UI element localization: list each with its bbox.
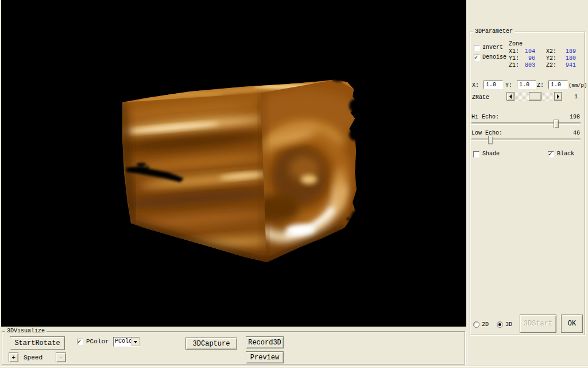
low-echo-slider[interactable] [471,139,581,141]
volume-render [1,0,466,327]
zrate-scroll-track[interactable] [514,92,554,101]
zrate-scroll-right-button[interactable] [554,92,562,101]
mode-3d-label: 3D [505,321,512,328]
zone-title: Zone [509,41,523,48]
hi-echo-value: 198 [562,114,580,121]
zone-x2-value: 189 [558,48,576,55]
capture-3d-button[interactable]: 3DCapture [185,338,237,350]
mode-2d-radio[interactable] [473,321,479,328]
black-label: Black [557,151,574,158]
low-echo-value: 46 [562,130,580,137]
zone-x2-label: X2: [546,48,556,55]
zone-y2-label: Y2: [546,55,556,62]
pcolor-label: PColor [86,338,109,345]
record-3d-button[interactable]: Record3D [246,336,284,348]
shade-checkbox[interactable] [473,151,479,158]
zone-x1-value: 104 [518,48,535,55]
zone-z2-value: 941 [558,62,576,69]
low-echo-slider-thumb[interactable] [488,136,493,144]
visualize-groupbox: 3DVisualize StartRotate + Speed - PColor… [2,331,465,365]
scroll-left-arrow-icon [509,94,512,99]
invert-checkbox[interactable] [474,45,480,51]
ok-button[interactable]: OK [561,315,583,333]
pcolor-dropdown-button[interactable] [131,338,140,346]
scale-y-label: Y: [505,82,512,89]
pcolor-checkbox[interactable] [77,339,83,345]
visualize-groupbox-title: 3DVisualize [5,328,47,335]
speed-minus-button[interactable]: - [56,352,66,362]
pcolor-dropdown-value: PColor [114,338,131,346]
param-groupbox-title: 3DParameter [473,28,514,35]
denoise-label: Denoise [482,54,506,61]
zrate-scroll-thumb[interactable] [529,92,541,101]
preview-button[interactable]: Preview [246,351,284,363]
hi-echo-label: Hi Echo: [471,114,499,121]
viewport-canvas[interactable] [1,0,466,327]
zrate-label: ZRate [472,94,489,101]
denoise-checkbox[interactable] [474,55,480,61]
window-bottom-edge [0,366,588,367]
scale-z-label: Z: [537,82,544,89]
scale-x-label: X: [472,82,479,89]
param-groupbox: 3DParameter Invert Denoise Zone X1: 104 … [470,32,585,335]
start-3d-button[interactable]: 3DStart [520,315,556,333]
parameter-panel: 3DParameter Invert Denoise Zone X1: 104 … [467,0,588,368]
mode-3d-radio[interactable] [497,321,503,328]
scale-x-input[interactable] [483,80,503,89]
zrate-scrollbar[interactable] [506,92,562,101]
invert-label: Invert [482,44,503,51]
scale-y-input[interactable] [517,80,536,89]
zone-y2-value: 180 [558,55,576,62]
mode-2d-label: 2D [482,321,489,328]
application-window: 3DParameter Invert Denoise Zone X1: 104 … [0,0,588,368]
zrate-scroll-left-button[interactable] [506,92,514,101]
scale-unit-label: (mm/p) [568,82,587,89]
start-rotate-button[interactable]: StartRotate [10,336,65,350]
hi-echo-slider-thumb[interactable] [554,120,559,128]
zrate-value: 1 [574,94,578,101]
low-echo-label: Low Echo: [471,130,502,137]
zone-z2-label: Z2: [546,62,556,69]
scale-z-input[interactable] [548,80,568,89]
zone-z1-value: 803 [518,62,535,69]
black-checkbox[interactable] [548,151,554,158]
shade-label: Shade [482,151,500,158]
speed-label: Speed [24,354,42,361]
pcolor-dropdown[interactable]: PColor [113,337,140,347]
zone-y1-value: 96 [518,55,535,62]
dropdown-arrow-icon [134,341,137,343]
scroll-right-arrow-icon [557,94,559,99]
speed-plus-button[interactable]: + [9,352,18,362]
hi-echo-slider[interactable] [471,122,581,125]
